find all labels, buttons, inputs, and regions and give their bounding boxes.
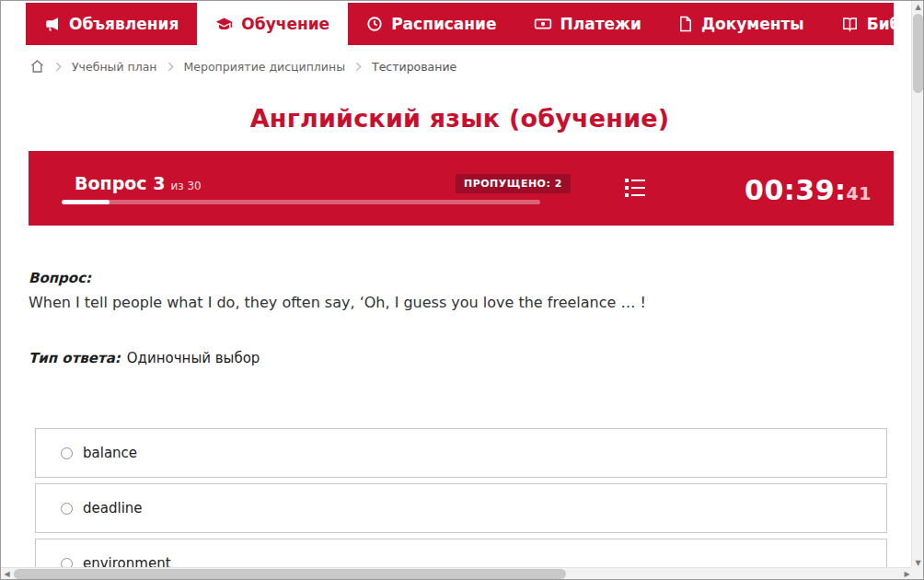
scrollbar-corner: [911, 567, 923, 579]
chevron-right-icon: [167, 62, 174, 72]
megaphone-icon: [44, 16, 61, 32]
question-total: из 30: [170, 180, 201, 192]
nav-item-payments[interactable]: Платежи: [515, 3, 660, 45]
question-counter: Вопрос 3из 30: [75, 173, 202, 193]
test-header-panel: Вопрос 3из 30 ПРОПУЩЕНО: 2 00:39:41: [29, 151, 894, 226]
radio-button[interactable]: [61, 447, 73, 459]
question-number: Вопрос 3: [75, 173, 165, 193]
graduation-cap-icon: [215, 16, 233, 33]
breadcrumb: Учебный план Мероприятие дисциплины Тест…: [29, 59, 456, 74]
skipped-badge: ПРОПУЩЕНО: 2: [456, 174, 571, 193]
document-icon: [678, 16, 693, 32]
vertical-scrollbar-thumb[interactable]: [913, 14, 923, 93]
option-balance[interactable]: balance: [35, 428, 887, 478]
answer-type-value: Одиночный выбор: [127, 350, 260, 366]
timer-main: 00:39:: [745, 174, 847, 206]
progress-bar: [62, 200, 540, 204]
horizontal-scrollbar[interactable]: ◀ ▶: [1, 567, 913, 579]
main-nav: Объявления Обучение Расписание Платежи Д…: [26, 3, 894, 45]
question-text: When I tell people what I do, they often…: [29, 294, 866, 311]
nav-item-label: Объявления: [69, 15, 179, 33]
nav-item-announcements[interactable]: Объявления: [26, 3, 197, 45]
question-label: Вопрос:: [29, 270, 91, 286]
options-list: balance deadline environment: [35, 428, 887, 580]
scroll-left-arrow-icon[interactable]: ◀: [1, 568, 13, 580]
breadcrumb-testing: Тестирование: [372, 60, 456, 74]
nav-item-schedule[interactable]: Расписание: [348, 3, 514, 45]
option-label: balance: [83, 445, 137, 461]
home-icon[interactable]: [29, 59, 45, 74]
nav-item-library[interactable]: Библиотека: [823, 3, 924, 45]
nav-item-documents[interactable]: Документы: [660, 3, 823, 45]
answer-type-label: Тип ответа:: [29, 350, 121, 366]
answer-type: Тип ответа:Одиночный выбор: [29, 350, 260, 366]
question-list-icon[interactable]: [622, 177, 648, 204]
timer: 00:39:41: [745, 174, 872, 206]
nav-item-label: Документы: [701, 15, 804, 33]
horizontal-scrollbar-thumb[interactable]: [14, 569, 566, 579]
banknote-icon: [534, 15, 552, 33]
breadcrumb-discipline-event[interactable]: Мероприятие дисциплины: [184, 60, 345, 74]
nav-item-label: Платежи: [560, 15, 641, 33]
chevron-right-icon: [355, 62, 362, 72]
nav-item-learning[interactable]: Обучение: [197, 3, 348, 45]
clock-icon: [366, 16, 383, 32]
vertical-scrollbar[interactable]: ▲ ▼: [911, 1, 923, 569]
nav-item-label: Обучение: [241, 15, 329, 33]
breadcrumb-curriculum[interactable]: Учебный план: [72, 60, 157, 74]
nav-item-label: Расписание: [391, 15, 496, 33]
progress-fill: [62, 200, 110, 204]
radio-button[interactable]: [61, 503, 73, 515]
option-deadline[interactable]: deadline: [35, 483, 887, 533]
chevron-right-icon: [55, 62, 62, 72]
option-label: deadline: [83, 500, 143, 516]
scroll-up-arrow-icon[interactable]: ▲: [912, 1, 924, 13]
book-icon: [841, 16, 859, 32]
timer-seconds: 41: [847, 183, 872, 203]
page-title: Английский язык (обучение): [26, 104, 894, 133]
